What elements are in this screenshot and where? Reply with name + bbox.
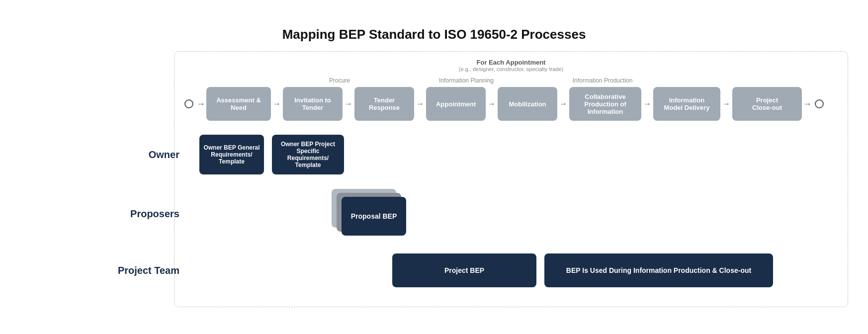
proposers-label: Proposers [100,208,179,220]
arrow-2: → [345,99,352,108]
end-node [815,99,824,108]
for-each-sub: (e.g., designer, constructor, specialty … [184,66,838,72]
owner-label: Owner [100,149,179,161]
arrow-5: → [559,99,567,108]
arrow-7: → [722,99,730,108]
proc-mobilization: Mobilization [498,87,557,121]
arrow-4: → [488,99,496,108]
proposal-bep-stack: Proposal BEP [332,189,411,239]
phase-procure: Procure [277,77,402,84]
proc-collaborative: Collaborative Production of Information [569,87,641,121]
project-bep: Project BEP [392,253,536,287]
arrow-end: → [803,99,812,109]
proc-assessment: Assessment & Need [206,87,271,121]
arrow-start: → [196,99,205,109]
phase-info-production: Information Production [530,77,675,84]
project-team-label: Project Team [100,265,179,276]
proposal-bep-card: Proposal BEP [342,197,406,236]
owner-bep-general: Owner BEP General Requirements/ Template [199,135,264,174]
owner-bep-project: Owner BEP Project Specific Requirements/… [272,135,344,174]
proc-invitation: Invitation to Tender [283,87,343,121]
page-title: Mapping BEP Standard to ISO 19650-2 Proc… [15,27,853,42]
for-each-main: For Each Appointment [184,59,838,66]
proc-model-delivery: Information Model Delivery [653,87,720,121]
proc-tender: Tender Response [354,87,414,121]
process-flow: → Assessment & Need → Invitation to Tend… [184,87,838,121]
page: Mapping BEP Standard to ISO 19650-2 Proc… [0,17,868,317]
for-each-appointment: For Each Appointment (e.g., designer, co… [184,59,838,72]
arrow-3: → [416,99,424,108]
proc-closeout: Project Close-out [732,87,802,121]
start-node [184,99,193,108]
arrow-6: → [643,99,651,108]
proc-appointment: Appointment [426,87,486,121]
bep-used: BEP Is Used During Information Productio… [544,253,773,287]
phase-info-planning: Information Planning [402,77,530,84]
arrow-1: → [273,99,281,108]
